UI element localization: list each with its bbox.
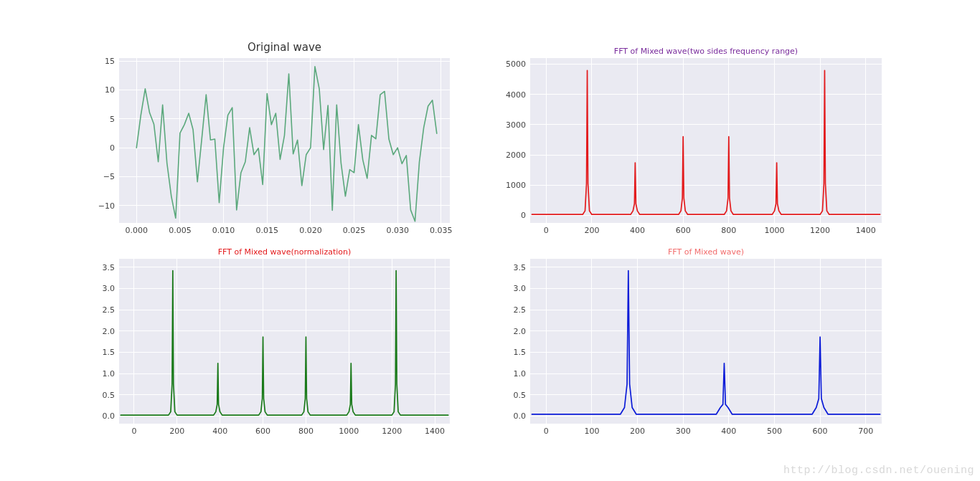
y-tick-label: 0.0: [514, 411, 527, 421]
y-tick-label: 1.0: [514, 369, 527, 378]
y-tick-label: 1.5: [103, 348, 116, 357]
x-tick-label: 0.000: [126, 226, 149, 235]
x-tick-label: 0.010: [212, 226, 235, 235]
data-line: [119, 58, 450, 223]
x-tick-label: 200: [169, 427, 184, 436]
y-tick-label: 0: [110, 143, 115, 153]
y-tick-label: 2.0: [103, 326, 116, 335]
y-tick-label: 10: [105, 85, 115, 95]
plot-area: FFT of Mixed wave(two sides frequency ra…: [529, 57, 882, 224]
x-tick-label: 700: [858, 427, 873, 436]
subplot-original-wave: Original wave0.0000.0050.0100.0150.0200.…: [118, 57, 449, 222]
chart-title: FFT of Mixed wave(normalization): [218, 247, 352, 257]
x-tick-label: 600: [813, 427, 828, 436]
y-tick-label: 5: [110, 114, 115, 123]
plot-area: Original wave0.0000.0050.0100.0150.0200.…: [118, 57, 451, 224]
y-tick-label: 1.5: [514, 348, 527, 357]
x-tick-label: 400: [630, 226, 645, 235]
x-tick-label: 300: [676, 427, 691, 436]
data-line: [530, 259, 882, 424]
y-tick-label: 0.5: [103, 390, 116, 399]
subplot-fft-normalization: FFT of Mixed wave(normalization)02004006…: [118, 258, 449, 423]
y-tick-label: 0.5: [514, 390, 527, 399]
x-tick-label: 1000: [764, 226, 784, 235]
x-tick-label: 400: [721, 427, 736, 436]
x-tick-label: 600: [255, 427, 270, 436]
chart-title: FFT of Mixed wave(two sides frequency ra…: [614, 47, 798, 56]
y-tick-label: 3.0: [103, 284, 116, 293]
x-tick-label: 200: [584, 226, 599, 235]
x-tick-label: 0.005: [169, 226, 192, 235]
y-tick-label: −5: [103, 172, 115, 181]
y-tick-label: 3000: [506, 120, 526, 129]
plot-area: FFT of Mixed wave(normalization)02004006…: [118, 258, 451, 424]
chart-title: FFT of Mixed wave): [668, 247, 744, 257]
y-tick-label: 1000: [506, 181, 526, 190]
data-line: [530, 58, 882, 223]
y-tick-label: 3.5: [103, 262, 116, 272]
x-tick-label: 0.030: [386, 226, 409, 235]
x-tick-label: 1200: [810, 226, 830, 235]
x-tick-label: 800: [298, 427, 314, 436]
y-tick-label: 2000: [506, 151, 526, 160]
y-tick-label: 3.5: [514, 262, 527, 272]
x-tick-label: 0.035: [430, 226, 453, 235]
y-tick-label: 1.0: [103, 369, 116, 378]
x-tick-label: 400: [212, 427, 227, 436]
x-tick-label: 0.015: [255, 226, 278, 235]
subplot-fft-half: FFT of Mixed wave)0100200300400500600700…: [529, 258, 881, 423]
x-tick-label: 200: [630, 427, 645, 436]
y-tick-label: 2.5: [103, 305, 116, 315]
y-tick-label: 0.0: [103, 411, 116, 421]
plot-area: FFT of Mixed wave)0100200300400500600700…: [529, 258, 882, 424]
x-tick-label: 0.025: [343, 226, 366, 235]
x-tick-label: 0: [544, 427, 549, 436]
data-line: [119, 259, 450, 424]
y-tick-label: 2.0: [514, 326, 527, 335]
x-tick-label: 0: [131, 427, 136, 436]
x-tick-label: 600: [676, 226, 691, 235]
x-tick-label: 1400: [856, 226, 876, 235]
figure: Original wave0.0000.0050.0100.0150.0200.…: [0, 0, 980, 481]
x-tick-label: 500: [767, 427, 782, 436]
y-tick-label: 5000: [506, 59, 526, 69]
x-tick-label: 1200: [382, 427, 402, 436]
x-tick-label: 800: [721, 226, 736, 235]
y-tick-label: 15: [105, 57, 115, 66]
y-tick-label: 4000: [506, 90, 526, 99]
x-tick-label: 1400: [425, 427, 445, 436]
y-tick-label: 0: [521, 211, 526, 220]
y-tick-label: 3.0: [514, 284, 527, 293]
y-tick-label: −10: [98, 201, 115, 210]
chart-title: Original wave: [248, 41, 321, 54]
x-tick-label: 0.020: [299, 226, 322, 235]
x-tick-label: 100: [584, 427, 599, 436]
x-tick-label: 1000: [339, 427, 359, 436]
watermark: http://blog.csdn.net/ouening: [783, 465, 974, 477]
x-tick-label: 0: [544, 226, 549, 235]
subplot-fft-two-sides: FFT of Mixed wave(two sides frequency ra…: [529, 57, 881, 222]
y-tick-label: 2.5: [514, 305, 527, 315]
